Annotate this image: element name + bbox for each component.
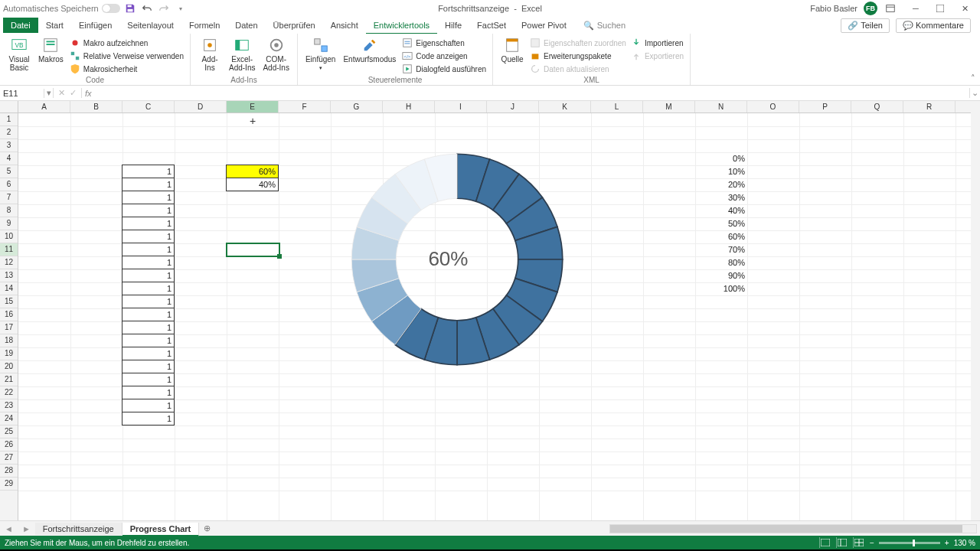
cell-n11[interactable]: 70% [695,243,747,256]
column-header[interactable]: B [70,101,122,112]
row-header[interactable]: 22 [0,386,18,399]
expansion-packs-button[interactable]: Erweiterungspakete [528,50,628,62]
zoom-level[interactable]: 130 % [954,539,975,547]
column-header[interactable]: N [695,101,747,112]
maximize-button[interactable] [928,0,952,17]
cell-n7[interactable]: 30% [695,191,747,204]
column-header[interactable]: E [227,101,279,112]
row-header[interactable]: 14 [0,282,18,295]
cell-c23[interactable]: 1 [122,399,175,412]
import-button[interactable]: Importieren [629,37,685,49]
macros-button[interactable]: Makros [35,35,67,75]
cell-c21[interactable]: 1 [122,373,175,386]
zoom-slider[interactable] [879,542,940,544]
ribbon-tab-hilfe[interactable]: Hilfe [437,18,469,33]
cell-c20[interactable]: 1 [122,360,175,373]
search-field[interactable]: Suchen [594,21,626,30]
ribbon-tab-start[interactable]: Start [38,18,71,33]
share-button[interactable]: 🔗 Teilen [841,18,890,33]
macro-security-button[interactable]: Makrosicherheit [68,63,185,75]
column-header[interactable]: C [122,101,175,112]
select-all-cell[interactable] [0,101,18,113]
vertical-scrollbar[interactable] [971,101,980,520]
com-addins-button[interactable]: COM- Add-Ins [260,35,292,73]
cell-c12[interactable]: 1 [122,256,175,269]
cell-c5[interactable]: 1 [122,165,175,178]
row-header[interactable]: 21 [0,373,18,386]
cell-c10[interactable]: 1 [122,230,175,243]
row-header[interactable]: 3 [0,139,18,152]
column-header[interactable]: R [903,101,956,112]
row-header[interactable]: 29 [0,478,18,491]
row-header[interactable]: 18 [0,334,18,347]
row-header[interactable]: 23 [0,399,18,412]
zoom-out-button[interactable]: − [870,539,874,547]
redo-icon[interactable] [157,2,171,15]
view-code-button[interactable]: </>Code anzeigen [400,50,488,62]
cell-n13[interactable]: 90% [695,269,747,282]
collapse-ribbon-icon[interactable]: ˄ [971,73,975,83]
row-header[interactable]: 20 [0,360,18,373]
properties-button[interactable]: Eigenschaften [400,37,488,49]
cell-c14[interactable]: 1 [122,282,175,295]
active-cell[interactable] [226,243,280,257]
cell-c7[interactable]: 1 [122,191,175,204]
row-header[interactable]: 6 [0,178,18,191]
cell-c19[interactable]: 1 [122,347,175,360]
cell-n14[interactable]: 100% [695,282,747,295]
design-mode-button[interactable]: Entwurfsmodus [340,35,399,75]
sheet-tab[interactable]: Progress Chart [122,523,199,536]
ribbon-tab-überprüfen[interactable]: Überprüfen [266,18,323,33]
minimize-button[interactable]: ─ [903,0,928,17]
horizontal-scrollbar[interactable] [609,524,977,533]
column-header[interactable]: P [799,101,851,112]
column-header[interactable]: O [747,101,799,112]
add-sheet-button[interactable]: ⊕ [199,523,214,533]
ribbon-tab-factset[interactable]: FactSet [469,18,514,33]
row-header[interactable]: 24 [0,412,18,425]
column-header[interactable]: D [175,101,227,112]
cell-n6[interactable]: 20% [695,178,747,191]
cell-n10[interactable]: 60% [695,230,747,243]
row-header[interactable]: 8 [0,204,18,217]
row-header[interactable]: 9 [0,217,18,230]
ribbon-tab-daten[interactable]: Daten [227,18,265,33]
cell-c22[interactable]: 1 [122,386,175,399]
ribbon-tab-formeln[interactable]: Formeln [181,18,227,33]
ribbon-tab-entwicklertools[interactable]: Entwicklertools [366,18,437,34]
row-header[interactable]: 1 [0,113,18,126]
close-button[interactable]: ✕ [952,0,977,17]
sheet-nav-next[interactable]: ► [18,524,35,533]
zoom-in-button[interactable]: + [945,539,949,547]
column-headers[interactable]: ABCDEFGHIJKLMNOPQR [18,101,971,113]
row-header[interactable]: 13 [0,269,18,282]
spreadsheet-grid[interactable]: ABCDEFGHIJKLMNOPQR 123456789101112131415… [0,101,980,520]
cell-n12[interactable]: 80% [695,256,747,269]
cell-n5[interactable]: 10% [695,165,747,178]
row-header[interactable]: 28 [0,465,18,478]
row-header[interactable]: 25 [0,425,18,439]
relative-references-button[interactable]: Relative Verweise verwenden [68,50,185,62]
page-break-view-icon[interactable] [853,537,865,548]
column-header[interactable]: F [279,101,331,112]
row-header[interactable]: 2 [0,126,18,139]
cell-c6[interactable]: 1 [122,178,175,191]
cell-c17[interactable]: 1 [122,321,175,334]
column-header[interactable]: H [383,101,435,112]
ribbon-display-icon[interactable] [884,2,897,15]
column-header[interactable]: Q [851,101,903,112]
fx-icon[interactable]: fx [82,89,95,98]
expand-formula-bar-icon[interactable]: ⌄ [969,88,980,98]
cell-n9[interactable]: 50% [695,217,747,230]
save-icon[interactable] [123,2,137,15]
user-name[interactable]: Fabio Basler [810,4,858,13]
cell-e6[interactable]: 40% [226,178,279,191]
column-header[interactable]: K [539,101,591,112]
file-tab[interactable]: Datei [3,18,38,33]
row-header[interactable]: 7 [0,191,18,204]
sheet-tab[interactable]: Fortschrittsanzeige [35,523,122,535]
name-box-dropdown[interactable]: ▾ [44,88,54,98]
column-header[interactable]: I [435,101,487,112]
column-header[interactable]: M [643,101,695,112]
cell-c11[interactable]: 1 [122,243,175,256]
